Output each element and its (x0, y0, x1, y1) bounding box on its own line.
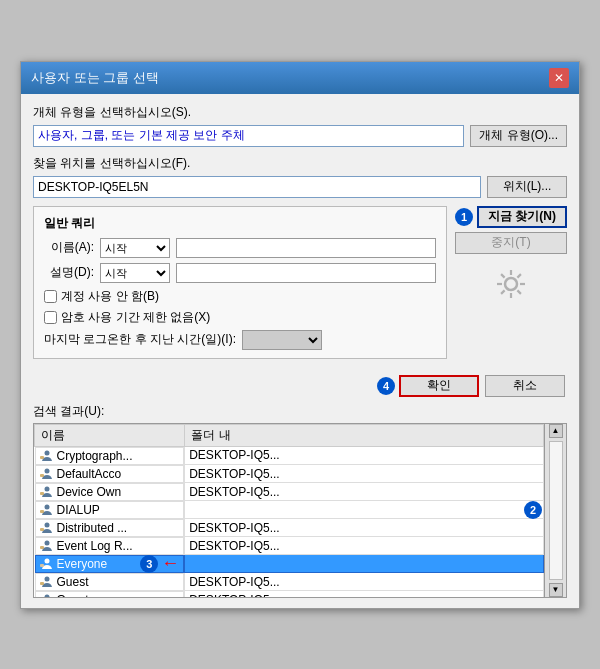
results-table-container: 이름 폴더 내 Cryptograph...DESKTOP-IQ5... Def… (33, 423, 545, 598)
name-query-label: 이름(A): (44, 239, 94, 256)
right-buttons-panel: 1 지금 찾기(N) 중지(T) (455, 206, 567, 302)
svg-line-7 (517, 274, 521, 278)
find-now-button[interactable]: 지금 찾기(N) (477, 206, 567, 228)
row-folder: DESKTOP-IQ5... (185, 483, 544, 501)
cancel-button[interactable]: 취소 (485, 375, 565, 397)
query-and-buttons: 일반 쿼리 이름(A): 시작 설명(D): 시작 (33, 206, 567, 367)
row-name: DefaultAcco (57, 467, 122, 481)
svg-line-5 (501, 274, 505, 278)
svg-rect-16 (40, 510, 44, 513)
row-folder: DESKTOP-IQ5... (185, 573, 544, 591)
row-folder: DESKTOP-IQ5... (185, 446, 544, 465)
svg-rect-24 (40, 582, 44, 585)
title-bar: 사용자 또는 그룹 선택 ✕ (21, 62, 579, 94)
svg-point-11 (44, 468, 49, 473)
last-logon-row: 마지막 로그온한 후 지난 시간(일)(I): (44, 330, 436, 350)
desc-select[interactable]: 시작 (100, 263, 170, 283)
table-row[interactable]: Cryptograph...DESKTOP-IQ5... (35, 446, 544, 465)
confirm-btn-wrap: 4 확인 (377, 375, 479, 397)
gear-icon-area (455, 266, 567, 302)
svg-rect-18 (40, 528, 44, 531)
row-folder: DESKTOP-IQ5... (185, 465, 544, 483)
user-icon (40, 449, 54, 463)
badge-1: 1 (455, 208, 473, 226)
svg-line-6 (517, 290, 521, 294)
row-name: Event Log R... (57, 539, 133, 553)
svg-point-9 (44, 450, 49, 455)
svg-point-15 (44, 504, 49, 509)
red-arrow: ← (161, 553, 179, 574)
badge-4: 4 (377, 377, 395, 395)
general-query-area: 일반 쿼리 이름(A): 시작 설명(D): 시작 (33, 206, 447, 367)
user-icon (40, 521, 54, 535)
row-name: Guests (57, 593, 95, 598)
badge-3: 3 (140, 555, 158, 573)
scroll-up-button[interactable]: ▲ (549, 424, 563, 438)
main-dialog: 사용자 또는 그룹 선택 ✕ 개체 유형을 선택하십시오(S). 개체 유형(O… (20, 61, 580, 609)
checkbox-account-label: 계정 사용 안 함(B) (61, 288, 159, 305)
checkbox-account[interactable] (44, 290, 57, 303)
svg-point-13 (44, 486, 49, 491)
col-folder-header: 폴더 내 (185, 424, 544, 446)
find-now-wrapper: 1 지금 찾기(N) (455, 206, 567, 228)
user-icon (40, 539, 54, 553)
location-input[interactable] (33, 176, 481, 198)
user-icon (40, 575, 54, 589)
results-label: 검색 결과(U): (33, 403, 567, 420)
results-section: 이름 폴더 내 Cryptograph...DESKTOP-IQ5... Def… (33, 423, 567, 598)
close-button[interactable]: ✕ (549, 68, 569, 88)
stop-button[interactable]: 중지(T) (455, 232, 567, 254)
svg-point-25 (44, 594, 49, 598)
table-row[interactable]: Distributed ...DESKTOP-IQ5... (35, 519, 544, 537)
checkbox-password[interactable] (44, 311, 57, 324)
object-type-button[interactable]: 개체 유형(O)... (470, 125, 567, 147)
user-icon (40, 593, 54, 598)
results-tbody: Cryptograph...DESKTOP-IQ5... DefaultAcco… (35, 446, 544, 598)
row-folder: DESKTOP-IQ5... (185, 519, 544, 537)
checkbox-password-label: 암호 사용 기간 제한 없음(X) (61, 309, 210, 326)
table-row[interactable]: DIALUP (35, 501, 544, 519)
badge-2: 2 (524, 501, 542, 519)
gear-icon (493, 266, 529, 302)
last-logon-select[interactable] (242, 330, 322, 350)
svg-rect-10 (40, 456, 44, 459)
scroll-down-button[interactable]: ▼ (549, 583, 563, 597)
object-type-row: 개체 유형(O)... (33, 125, 567, 147)
name-query-row: 이름(A): 시작 (44, 238, 436, 258)
general-query-box: 일반 쿼리 이름(A): 시작 설명(D): 시작 (33, 206, 447, 359)
row-name: DIALUP (57, 503, 100, 517)
row-name: Guest (57, 575, 89, 589)
object-type-input[interactable] (33, 125, 464, 147)
checkbox-account-row: 계정 사용 안 함(B) (44, 288, 436, 305)
confirm-button[interactable]: 확인 (399, 375, 479, 397)
svg-point-23 (44, 576, 49, 581)
table-row[interactable]: Everyone3← (35, 555, 544, 573)
table-row[interactable]: Event Log R...DESKTOP-IQ5... (35, 537, 544, 555)
table-row[interactable]: GuestsDESKTOP-IQ5... (35, 591, 544, 598)
checkbox-password-row: 암호 사용 기간 제한 없음(X) (44, 309, 436, 326)
name-select[interactable]: 시작 (100, 238, 170, 258)
row-name: Device Own (57, 485, 122, 499)
table-row[interactable]: DefaultAccoDESKTOP-IQ5... (35, 465, 544, 483)
row-name: Cryptograph... (57, 449, 133, 463)
table-row[interactable]: Device OwnDESKTOP-IQ5... (35, 483, 544, 501)
user-icon (40, 467, 54, 481)
object-type-label: 개체 유형을 선택하십시오(S). (33, 104, 567, 121)
svg-point-21 (44, 558, 49, 563)
svg-rect-22 (40, 564, 44, 567)
location-button[interactable]: 위치(L)... (487, 176, 567, 198)
row-folder (185, 501, 544, 519)
location-row: 위치(L)... (33, 176, 567, 198)
row-name: Everyone (57, 557, 108, 571)
svg-line-8 (501, 290, 505, 294)
svg-rect-14 (40, 492, 44, 495)
location-label: 찾을 위치를 선택하십시오(F). (33, 155, 567, 172)
desc-input[interactable] (176, 263, 436, 283)
name-input[interactable] (176, 238, 436, 258)
row-folder: DESKTOP-IQ5... (185, 591, 544, 598)
table-row[interactable]: GuestDESKTOP-IQ5... (35, 573, 544, 591)
col-name-header: 이름 (35, 424, 185, 446)
svg-point-0 (505, 278, 517, 290)
last-logon-label: 마지막 로그온한 후 지난 시간(일)(I): (44, 331, 236, 348)
row-folder (185, 555, 544, 573)
